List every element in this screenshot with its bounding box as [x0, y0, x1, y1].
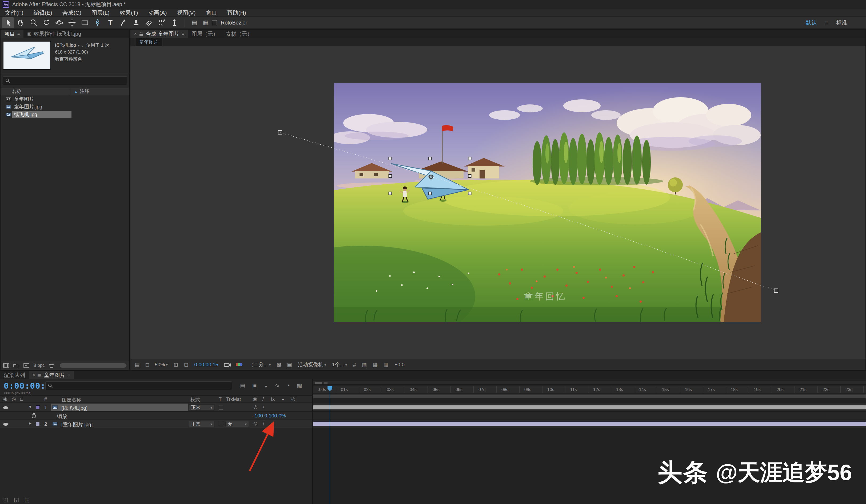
menu-effect[interactable]: 效果(T): [115, 9, 143, 16]
menu-composition[interactable]: 合成(C): [57, 9, 86, 16]
magnification-icon[interactable]: □: [146, 362, 149, 367]
project-item-footage-selected[interactable]: 纸飞机.jpg: [1, 111, 129, 118]
column-comment[interactable]: ▲ 注释: [70, 88, 89, 94]
layer-name[interactable]: [纸飞机.jpg]: [62, 405, 88, 412]
region-of-interest-icon[interactable]: ⊠: [277, 362, 281, 367]
roto-brush-tool-icon[interactable]: [156, 17, 167, 28]
menu-animation[interactable]: 动画(A): [143, 9, 172, 16]
menu-edit[interactable]: 编辑(E): [29, 9, 57, 16]
graph-editor-icon[interactable]: ▧: [297, 382, 302, 388]
menu-file[interactable]: 文件(F): [0, 9, 29, 16]
breadcrumb[interactable]: 童年图片: [135, 38, 163, 46]
puppet-pin-tool-icon[interactable]: [168, 17, 180, 28]
blend-mode-select[interactable]: 正常▾: [189, 421, 214, 427]
mode-column[interactable]: 模式: [190, 397, 200, 403]
channel-colors-icon[interactable]: [237, 363, 242, 366]
pixel-aspect-icon[interactable]: #: [353, 362, 356, 367]
layer-2-track[interactable]: [313, 420, 866, 428]
menu-layer[interactable]: 图层(L): [86, 9, 115, 16]
interpret-footage-icon[interactable]: [3, 363, 9, 368]
pan-behind-tool-icon[interactable]: [66, 17, 78, 28]
tab-timeline-comp[interactable]: × ▦ 童年图片 ≡: [29, 371, 74, 379]
pen-tool-icon[interactable]: [92, 17, 103, 28]
menu-help[interactable]: 帮助(H): [222, 9, 251, 16]
brush-tool-icon[interactable]: [117, 17, 129, 28]
expand-layers-icon[interactable]: ◰: [3, 497, 9, 502]
project-search-input[interactable]: [12, 78, 125, 84]
shy-switch-icon[interactable]: ◎: [253, 405, 257, 409]
zoom-tool-icon[interactable]: [28, 17, 40, 28]
column-name[interactable]: 名称: [1, 88, 70, 95]
rotobezier-checkbox[interactable]: [212, 20, 217, 25]
trkmat-column[interactable]: TrkMat: [226, 397, 241, 402]
label-color-chip[interactable]: [36, 422, 40, 426]
snapshot-camera-icon[interactable]: [224, 362, 231, 367]
transparency-grid-icon[interactable]: ▣: [287, 362, 292, 367]
rotation-tool-icon[interactable]: [41, 17, 52, 28]
quality-switch-icon[interactable]: /: [263, 421, 264, 426]
flowchart-icon[interactable]: ▨: [384, 362, 389, 367]
camera-select[interactable]: 活动摄像机▾: [298, 361, 326, 368]
horizontal-scrollbar[interactable]: [60, 363, 126, 368]
eraser-tool-icon[interactable]: [143, 17, 155, 28]
frame-blending-icon[interactable]: ∿: [275, 382, 279, 388]
lock-icon[interactable]: [139, 32, 143, 36]
close-icon[interactable]: ×: [33, 373, 35, 377]
layer-2-duration-bar[interactable]: [313, 422, 866, 426]
layer-name[interactable]: [童年图片.jpg]: [62, 421, 92, 428]
workspace-menu-icon[interactable]: ≡: [825, 20, 828, 25]
stopwatch-icon[interactable]: [32, 413, 36, 419]
shape-tool-icon[interactable]: [79, 17, 91, 28]
resolution-select[interactable]: （二分...▾: [248, 361, 271, 368]
panel-menu-icon[interactable]: ≡: [67, 373, 70, 377]
quality-switch-icon[interactable]: /: [263, 405, 264, 409]
layer-row-1[interactable]: ▼ 1 [纸飞机.jpg] 正常▾ ◎ /: [0, 403, 312, 412]
tab-footage[interactable]: 素材（无）: [222, 30, 256, 38]
hand-tool-icon[interactable]: [15, 17, 27, 28]
t-column[interactable]: T: [219, 397, 222, 402]
preserve-transparency-checkbox[interactable]: [219, 422, 223, 426]
tab-composition[interactable]: × 合成 童年图片 ≡: [131, 30, 188, 38]
layer-name-column[interactable]: 图层名称: [62, 397, 81, 403]
tab-effect-controls[interactable]: ▣ 效果控件 纸飞机.jpg: [23, 30, 85, 38]
expand-inout-icon[interactable]: ◲: [24, 497, 30, 502]
tab-layer[interactable]: 图层（无）: [188, 30, 222, 38]
number-column[interactable]: #: [44, 397, 47, 402]
timeline-button-icon[interactable]: ▦: [373, 362, 378, 367]
blend-mode-select[interactable]: 正常▾: [189, 404, 214, 411]
menu-window[interactable]: 窗口: [201, 9, 222, 16]
project-item-comp[interactable]: 童年图片: [1, 95, 129, 103]
scale-property-value[interactable]: -100.0,100.0%: [253, 413, 286, 419]
timeline-search-input[interactable]: [55, 383, 230, 389]
playhead-line[interactable]: [330, 386, 330, 504]
clone-stamp-tool-icon[interactable]: [130, 17, 142, 28]
project-bpc[interactable]: 8 bpc: [34, 363, 45, 368]
zoom-select[interactable]: 50%▾: [155, 362, 168, 368]
footage-caret-icon[interactable]: ▼: [77, 44, 80, 47]
trash-icon[interactable]: [49, 363, 54, 368]
timeline-search[interactable]: [45, 381, 232, 390]
new-composition-icon[interactable]: [23, 363, 29, 368]
expand-switches-icon[interactable]: ◱: [14, 497, 19, 502]
close-icon[interactable]: ×: [134, 32, 136, 36]
composition-canvas[interactable]: 童年回忆: [334, 83, 760, 322]
fast-previews-icon[interactable]: ▧: [362, 362, 367, 367]
tab-project[interactable]: 项目 ≡: [1, 30, 23, 38]
comp-marker-bin[interactable]: [313, 381, 866, 385]
trkmat-select[interactable]: 无▾: [225, 421, 249, 427]
preserve-transparency-checkbox[interactable]: [219, 405, 223, 410]
eye-icon[interactable]: [3, 406, 8, 409]
menu-view[interactable]: 视图(V): [172, 9, 201, 16]
footage-thumbnail[interactable]: [3, 41, 51, 70]
composition-viewer[interactable]: 童年回忆: [131, 46, 865, 359]
current-time-display[interactable]: 0:00:00:15: [195, 362, 219, 368]
project-item-footage[interactable]: 童年图片.jpg: [1, 103, 129, 111]
project-search[interactable]: [3, 77, 127, 85]
brush-panel-button-icon[interactable]: ▤: [189, 18, 200, 27]
hide-shy-layers-icon[interactable]: ◒: [265, 382, 268, 388]
draft-3d-icon[interactable]: ▣: [252, 382, 258, 388]
always-preview-icon[interactable]: ▤: [135, 362, 140, 367]
tab-render-queue[interactable]: 渲染队列: [0, 371, 29, 379]
view-layout-select[interactable]: 1个...▾: [332, 361, 347, 368]
twirl-closed-icon[interactable]: ►: [28, 421, 32, 425]
